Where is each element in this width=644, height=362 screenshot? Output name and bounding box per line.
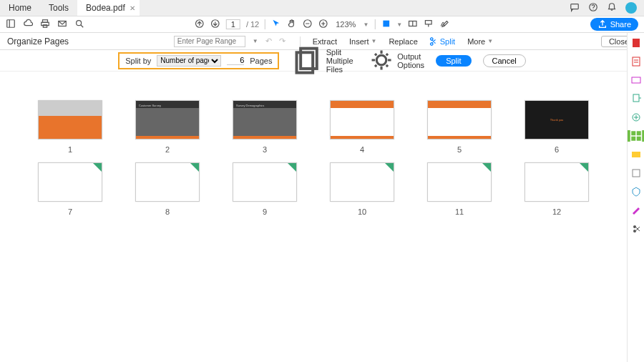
sign-icon[interactable]	[439, 19, 449, 30]
zoom-out-icon[interactable]	[303, 19, 313, 30]
rail-icon[interactable]	[630, 223, 642, 235]
share-label: Share	[610, 20, 631, 29]
mail-icon[interactable]	[57, 19, 67, 30]
pointer-icon[interactable]	[271, 19, 281, 30]
tab-home[interactable]: Home	[0, 0, 40, 16]
page-thumb[interactable]: 4	[324, 100, 400, 154]
chat-icon[interactable]	[570, 2, 580, 14]
svg-rect-38	[633, 170, 640, 177]
page-thumb[interactable]: 8	[130, 162, 205, 216]
help-icon[interactable]	[588, 2, 598, 14]
split-value-input[interactable]	[227, 56, 244, 65]
cancel-button[interactable]: Cancel	[483, 54, 526, 67]
read-mode-icon[interactable]	[408, 19, 418, 30]
svg-point-8	[77, 21, 82, 26]
annotate-icon[interactable]	[424, 19, 434, 30]
page-thumb[interactable]: Survey Demographics3	[227, 100, 303, 154]
hand-icon[interactable]	[287, 19, 297, 30]
search-icon[interactable]	[74, 19, 84, 30]
page-thumb[interactable]: 11	[421, 162, 497, 216]
split-tool-button[interactable]: Split	[425, 36, 458, 47]
rail-icon[interactable]	[630, 186, 642, 197]
page-range-input[interactable]	[174, 36, 245, 47]
split-by-box: Split by Number of pages Pages	[118, 52, 279, 69]
right-rail	[627, 33, 644, 362]
prev-page-icon[interactable]	[195, 19, 205, 30]
svg-rect-34	[633, 94, 639, 102]
svg-rect-20	[426, 21, 432, 24]
svg-rect-31	[633, 39, 640, 47]
page-thumb[interactable]: Thank you6	[519, 100, 595, 154]
rail-icon[interactable]	[630, 205, 642, 216]
tab-tools[interactable]: Tools	[40, 0, 77, 16]
thumbnail-area: 1 Customer Survey2 Survey Demographics3 …	[0, 72, 627, 362]
svg-rect-37	[632, 152, 640, 157]
rail-icon[interactable]	[630, 112, 642, 123]
page-thumb[interactable]: 9	[227, 162, 303, 216]
rail-icon[interactable]	[630, 93, 642, 104]
split-button[interactable]: Split	[436, 55, 471, 67]
share-button[interactable]: Share	[590, 18, 638, 31]
rotate-right-icon[interactable]: ↷	[279, 36, 286, 46]
svg-rect-2	[7, 20, 15, 28]
rail-icon[interactable]	[630, 37, 642, 49]
tab-document-label: Bodea.pdf	[86, 3, 125, 13]
rail-icon[interactable]	[630, 74, 642, 86]
zoom-in-icon[interactable]	[318, 19, 328, 30]
tab-document[interactable]: Bodea.pdf ✕	[77, 0, 140, 16]
page-thumb[interactable]: 12	[519, 162, 595, 216]
svg-rect-17	[383, 21, 389, 27]
sidebar-icon[interactable]	[6, 19, 16, 30]
svg-rect-0	[571, 4, 579, 9]
svg-point-40	[633, 230, 636, 233]
page-thumb[interactable]: 7	[32, 162, 108, 216]
svg-point-30	[376, 56, 386, 66]
cloud-icon[interactable]	[23, 19, 33, 30]
page-thumb[interactable]: 5	[421, 100, 497, 154]
page-thumb[interactable]: 1	[32, 100, 108, 154]
svg-line-9	[81, 25, 84, 28]
page-thumb[interactable]: Customer Survey2	[130, 100, 205, 154]
zoom-value[interactable]: 123%	[336, 20, 356, 29]
bell-icon[interactable]	[607, 2, 617, 14]
svg-point-39	[633, 225, 636, 228]
rail-icon[interactable]	[630, 56, 642, 67]
fit-width-icon[interactable]	[381, 19, 391, 30]
chevron-down-icon[interactable]: ▼	[363, 21, 369, 28]
more-button[interactable]: More▼	[462, 37, 496, 46]
avatar[interactable]	[625, 2, 637, 14]
svg-rect-32	[633, 57, 640, 66]
close-tab-icon[interactable]: ✕	[130, 4, 135, 12]
chevron-down-icon[interactable]: ▼	[253, 38, 258, 44]
split-method-select[interactable]: Number of pages	[157, 55, 221, 67]
rail-icon[interactable]	[630, 149, 642, 160]
page-thumb[interactable]: 10	[324, 162, 400, 216]
rail-icon[interactable]	[630, 167, 642, 179]
print-icon[interactable]	[40, 19, 50, 30]
chevron-down-icon[interactable]: ▼	[396, 21, 402, 28]
split-by-label: Split by	[125, 57, 151, 65]
page-total: / 12	[246, 20, 259, 29]
rotate-left-icon[interactable]: ↶	[265, 36, 272, 46]
split-unit-label: Pages	[250, 57, 272, 65]
mode-title: Organize Pages	[7, 36, 69, 47]
output-options-button[interactable]: Output Options	[369, 47, 424, 73]
svg-rect-6	[43, 25, 47, 28]
page-current[interactable]: 1	[226, 19, 240, 29]
replace-button[interactable]: Replace	[384, 37, 420, 46]
rail-organize-active[interactable]	[628, 130, 645, 142]
next-page-icon[interactable]	[210, 19, 220, 30]
svg-rect-33	[632, 77, 640, 83]
